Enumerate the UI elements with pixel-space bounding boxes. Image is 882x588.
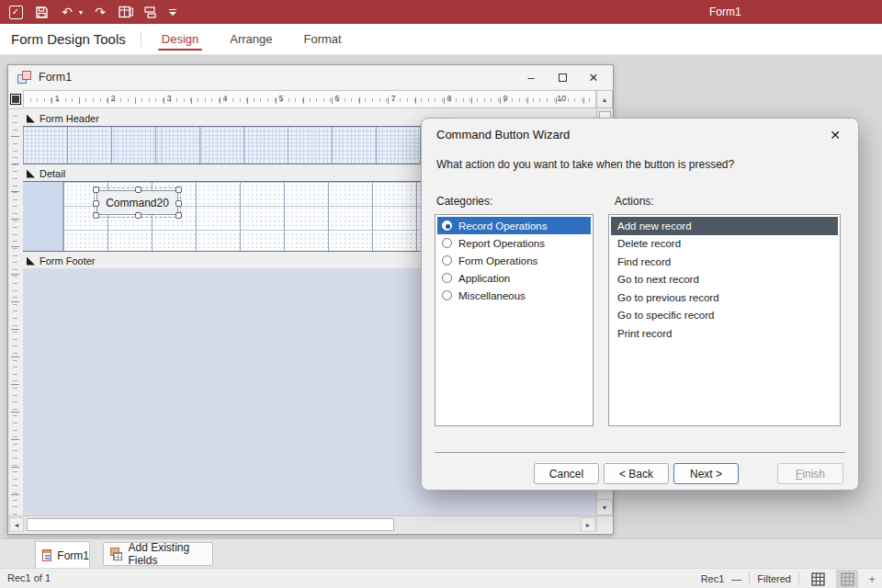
maximize-button[interactable] [547, 66, 578, 88]
quick-access-toolbar: ✓ ↶ ▾ ↷ [7, 4, 176, 20]
action-option[interactable]: Delete record [611, 235, 838, 254]
datasheet-view-button[interactable] [807, 570, 829, 588]
tab-arrange[interactable]: Arrange [228, 25, 274, 53]
resize-handle[interactable] [135, 187, 141, 193]
scroll-down-button[interactable]: ▼ [596, 499, 613, 515]
form-icon [17, 71, 31, 84]
next-button[interactable]: Next > [673, 463, 739, 484]
resize-handle[interactable] [93, 187, 99, 193]
select-all-button[interactable] [10, 94, 21, 105]
radio-icon [442, 290, 452, 300]
document-tab-row: Form1 Add Existing Fields [0, 538, 882, 568]
maximize-icon [559, 74, 567, 82]
datasheet-view-icon[interactable] [118, 4, 134, 20]
action-option[interactable]: Find record [611, 253, 838, 271]
action-option[interactable]: Add new record [611, 217, 838, 235]
datasheet-grid-icon [811, 572, 825, 586]
radio-icon [442, 273, 452, 283]
resize-handle[interactable] [93, 200, 99, 207]
record-dash: — [731, 573, 741, 584]
scroll-left-button[interactable]: ◄ [9, 517, 24, 532]
scroll-up-button[interactable]: ▲ [596, 90, 613, 108]
category-option[interactable]: Application [437, 269, 591, 287]
save-icon[interactable] [33, 4, 50, 20]
action-option[interactable]: Go to specific record [611, 307, 838, 325]
dialog-separator [435, 452, 845, 453]
resize-handle[interactable] [175, 200, 182, 207]
right-arrow-icon: ► [585, 522, 592, 528]
action-option[interactable]: Go to previous record [611, 288, 838, 307]
design-view-button[interactable] [836, 570, 858, 588]
design-grid-icon [841, 572, 854, 586]
app-logo-icon[interactable]: ✓ [7, 4, 24, 20]
horizontal-scroll-thumb[interactable] [27, 518, 394, 531]
close-button[interactable]: ✕ [578, 66, 609, 88]
actions-listbox: Add new record Delete record Find record… [608, 214, 841, 426]
action-option[interactable]: Go to next record [611, 271, 838, 289]
resize-handle[interactable] [135, 212, 141, 219]
radio-icon [442, 238, 452, 248]
command-button-wizard-dialog: Command Button Wizard ✕ What action do y… [421, 118, 859, 491]
category-option[interactable]: Form Operations [437, 252, 591, 269]
scroll-right-button[interactable]: ► [581, 517, 595, 532]
horizontal-scrollbar[interactable]: ◄ ► [8, 515, 596, 532]
undo-icon[interactable]: ↶ [59, 4, 75, 20]
redo-icon[interactable]: ↷ [92, 4, 108, 20]
section-collapse-icon [27, 115, 35, 123]
category-option[interactable]: Record Operations [437, 217, 591, 234]
add-fields-icon [110, 548, 122, 560]
cancel-button[interactable]: Cancel [534, 463, 599, 484]
form-window-titlebar[interactable]: Form1 – ✕ [8, 65, 613, 89]
form-tab-icon [42, 549, 51, 561]
command-button-control[interactable]: Command20 [96, 190, 178, 215]
vertical-ruler [8, 109, 23, 515]
record-indicator: Rec1 [701, 573, 725, 584]
detail-left-column [23, 182, 63, 251]
close-icon: ✕ [589, 71, 599, 85]
radio-icon [442, 220, 452, 231]
app-titlebar: ✓ ↶ ▾ ↷ Form1 [0, 0, 882, 24]
scrollbar-corner [596, 515, 613, 532]
form1-document-tab[interactable]: Form1 [35, 541, 90, 569]
tab-format[interactable]: Format [302, 25, 344, 53]
categories-listbox: Record Operations Report Operations Form… [435, 214, 594, 426]
status-bar: Rec1 of 1 Rec1 — Filtered + [0, 568, 882, 588]
form-window-title: Form1 [39, 71, 72, 84]
dialog-close-button[interactable]: ✕ [823, 124, 847, 146]
minimize-icon: – [527, 71, 534, 85]
ribbon-separator [141, 31, 141, 48]
paste-options-icon[interactable] [143, 4, 160, 20]
horizontal-ruler: 1 2 3 4 5 6 7 8 9 10 [23, 90, 596, 108]
category-option[interactable]: Report Operations [437, 234, 591, 252]
add-existing-fields-button[interactable]: Add Existing Fields [103, 542, 213, 566]
action-option[interactable]: Print record [611, 324, 838, 343]
resize-handle[interactable] [175, 187, 182, 193]
resize-handle[interactable] [175, 212, 182, 219]
up-arrow-icon: ▲ [602, 96, 608, 103]
ribbon-tab-row: Form Design Tools Design Arrange Format [0, 24, 882, 55]
left-arrow-icon: ◄ [14, 522, 20, 528]
tab-design[interactable]: Design [160, 25, 200, 53]
categories-label: Categories: [436, 195, 492, 208]
category-option[interactable]: Miscellaneous [437, 287, 591, 304]
undo-dropdown-icon[interactable]: ▾ [79, 8, 83, 17]
down-arrow-icon: ▼ [602, 504, 608, 511]
filtered-indicator[interactable]: Filtered [757, 573, 791, 584]
record-count-text: Rec1 of 1 [7, 572, 51, 583]
section-collapse-icon [27, 257, 35, 266]
dialog-title: Command Button Wizard [436, 128, 570, 141]
customize-qat-icon[interactable] [169, 9, 176, 16]
window-title: Form1 [709, 0, 741, 24]
actions-label: Actions: [615, 195, 654, 208]
finish-button: Finish [777, 463, 843, 484]
close-icon: ✕ [830, 128, 841, 142]
back-button[interactable]: < Back [604, 463, 669, 484]
plus-icon[interactable]: + [865, 572, 878, 586]
radio-icon [442, 255, 452, 266]
ruler-row: 1 2 3 4 5 6 7 8 9 10 ▲ [8, 89, 613, 109]
minimize-button[interactable]: – [515, 66, 547, 88]
section-collapse-icon [27, 170, 35, 178]
ribbon-context-label: Form Design Tools [11, 31, 126, 47]
access-app-window: ✓ ↶ ▾ ↷ Form1 Form Design Tools Design A… [0, 0, 882, 588]
resize-handle[interactable] [93, 212, 99, 219]
